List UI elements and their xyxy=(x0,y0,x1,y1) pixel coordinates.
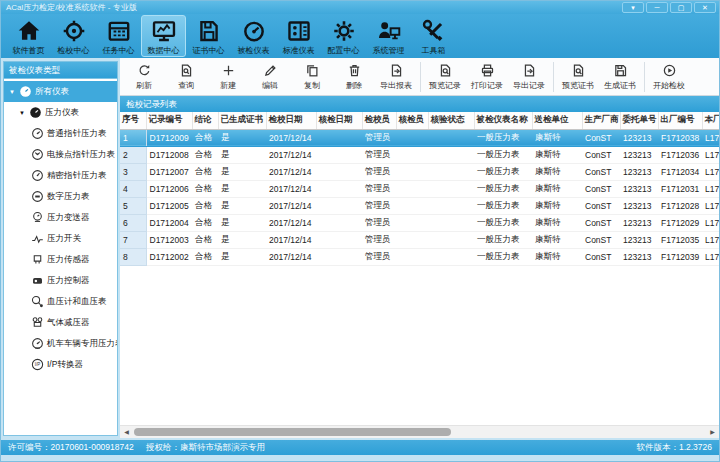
cell[interactable]: F1712035 xyxy=(658,231,702,248)
cell[interactable]: 2017/12/14 xyxy=(266,197,316,214)
tree-item-digital-pressure-gauge[interactable]: 数字压力表 xyxy=(4,186,117,207)
nav-dut-instruments[interactable]: 被检仪表 xyxy=(231,15,276,57)
tree-item-gas-pressure-regulator[interactable]: 气体减压器 xyxy=(4,312,117,333)
column-header[interactable]: 本厂编号 xyxy=(702,112,719,129)
cell[interactable]: 是 xyxy=(218,248,266,265)
cell[interactable] xyxy=(316,163,362,180)
cell[interactable] xyxy=(428,146,474,163)
cell[interactable]: 123213 xyxy=(620,129,658,146)
tree-item-all-instruments[interactable]: ▼ 所有仪表 xyxy=(4,81,117,102)
cell[interactable] xyxy=(428,248,474,265)
record-row[interactable]: 6D1712004合格是2017/12/14管理员一般压力表康斯特ConST12… xyxy=(120,214,719,231)
cell[interactable] xyxy=(396,248,428,265)
cell[interactable]: F1712038 xyxy=(658,129,702,146)
cell[interactable]: 123213 xyxy=(620,197,658,214)
cell[interactable] xyxy=(428,180,474,197)
maximize-button[interactable]: ▢ xyxy=(670,2,692,13)
cell[interactable] xyxy=(316,146,362,163)
cell[interactable] xyxy=(396,231,428,248)
column-header[interactable]: 检校日期 xyxy=(266,112,316,129)
expand-arrow-icon[interactable]: ▼ xyxy=(9,89,16,95)
cell[interactable]: 8 xyxy=(120,248,146,265)
refresh-button[interactable]: 刷新 xyxy=(123,60,165,94)
tree-item-ordinary-pointer-gauge[interactable]: 普通指针压力表 xyxy=(4,123,117,144)
cell[interactable]: 是 xyxy=(218,231,266,248)
column-header[interactable]: 送检单位 xyxy=(532,112,582,129)
cell[interactable]: D1712005 xyxy=(146,197,192,214)
cell[interactable]: 2 xyxy=(120,146,146,163)
record-row[interactable]: 1D1712009合格是2017/12/14管理员一般压力表康斯特ConST12… xyxy=(120,129,719,146)
column-header[interactable]: 核验状态 xyxy=(428,112,474,129)
tree-item-precision-pointer-gauge[interactable]: 精密指针压力表 xyxy=(4,165,117,186)
scroll-left-arrow-icon[interactable]: ◀ xyxy=(120,426,133,438)
cell[interactable]: 2017/12/14 xyxy=(266,231,316,248)
start-calibration-button[interactable]: 开始检校 xyxy=(648,60,690,94)
cell[interactable]: L17 xyxy=(702,146,719,163)
cell[interactable]: 管理员 xyxy=(362,197,396,214)
cell[interactable]: 康斯特 xyxy=(532,180,582,197)
tree-item-pressure-switch[interactable]: 压力开关 xyxy=(4,228,117,249)
cell[interactable]: ConST xyxy=(582,180,620,197)
cell[interactable]: 合格 xyxy=(192,231,218,248)
cell[interactable] xyxy=(396,129,428,146)
cell[interactable]: 合格 xyxy=(192,146,218,163)
record-row[interactable]: 4D1712006合格是2017/12/14管理员一般压力表康斯特ConST12… xyxy=(120,180,719,197)
preview-record-button[interactable]: 预览记录 xyxy=(424,60,466,94)
print-record-button[interactable]: 打印记录 xyxy=(466,60,508,94)
theme-button[interactable]: ▾ xyxy=(622,2,644,13)
tree-item-pressure-controller[interactable]: 压力控制器 xyxy=(4,270,117,291)
cell[interactable]: ConST xyxy=(582,248,620,265)
cell[interactable]: ConST xyxy=(582,214,620,231)
export-report-button[interactable]: 导出报表 xyxy=(375,60,417,94)
cell[interactable]: 管理员 xyxy=(362,180,396,197)
record-row[interactable]: 2D1712008合格是2017/12/14管理员一般压力表康斯特ConST12… xyxy=(120,146,719,163)
cell[interactable]: F1712039 xyxy=(658,248,702,265)
cell[interactable]: 是 xyxy=(218,214,266,231)
cell[interactable]: ConST xyxy=(582,146,620,163)
cell[interactable]: 1 xyxy=(120,129,146,146)
cell[interactable]: L17 xyxy=(702,248,719,265)
cell[interactable]: D1712008 xyxy=(146,146,192,163)
cell[interactable]: 是 xyxy=(218,180,266,197)
cell[interactable]: D1712007 xyxy=(146,163,192,180)
cell[interactable]: D1712009 xyxy=(146,129,192,146)
cell[interactable]: 康斯特 xyxy=(532,231,582,248)
horizontal-scrollbar[interactable]: ◀ ▶ xyxy=(120,425,719,438)
nav-toolbox[interactable]: 工具箱 xyxy=(411,15,456,57)
cell[interactable]: 2017/12/14 xyxy=(266,248,316,265)
delete-button[interactable]: 删除 xyxy=(333,60,375,94)
cell[interactable]: L17 xyxy=(702,214,719,231)
tree-item-pressure-transmitter[interactable]: 压力变送器 xyxy=(4,207,117,228)
column-header[interactable]: 序号 xyxy=(120,112,146,129)
cell[interactable]: 合格 xyxy=(192,248,218,265)
export-record-button[interactable]: 导出记录 xyxy=(508,60,550,94)
cell[interactable] xyxy=(428,163,474,180)
cell[interactable]: 2017/12/14 xyxy=(266,146,316,163)
minimize-button[interactable]: ─ xyxy=(646,2,668,13)
tree-item-locomotive-pressure-gauge[interactable]: 机车车辆专用压力表 xyxy=(4,333,117,354)
tree-item-electric-contact-gauge[interactable]: 电接点指针压力表 xyxy=(4,144,117,165)
nav-system-management[interactable]: 系统管理 xyxy=(366,15,411,57)
cell[interactable]: L17 xyxy=(702,231,719,248)
cell[interactable]: 123213 xyxy=(620,231,658,248)
record-row[interactable]: 7D1712003合格是2017/12/14管理员一般压力表康斯特ConST12… xyxy=(120,231,719,248)
cell[interactable]: D1712003 xyxy=(146,231,192,248)
cell[interactable]: L17 xyxy=(702,163,719,180)
cell[interactable]: 4 xyxy=(120,180,146,197)
cell[interactable]: 3 xyxy=(120,163,146,180)
record-row[interactable]: 5D1712005合格是2017/12/14管理员一般压力表康斯特ConST12… xyxy=(120,197,719,214)
cell[interactable]: L17 xyxy=(702,180,719,197)
cell[interactable]: 是 xyxy=(218,129,266,146)
cell[interactable] xyxy=(316,129,362,146)
nav-config-center[interactable]: 配置中心 xyxy=(321,15,366,57)
title-bar[interactable]: ACal压力检定/校准系统软件 - 专业版 ▾ ─ ▢ ✕ xyxy=(1,1,719,14)
cell[interactable] xyxy=(396,197,428,214)
expand-arrow-icon[interactable]: ▼ xyxy=(19,110,26,116)
tree-item-ip-converter[interactable]: I/P I/P转换器 xyxy=(4,354,117,375)
cell[interactable] xyxy=(428,214,474,231)
nav-data-center[interactable]: 数据中心 xyxy=(141,15,186,57)
cell[interactable]: 123213 xyxy=(620,163,658,180)
cell[interactable]: L17 xyxy=(702,129,719,146)
cell[interactable]: 一般压力表 xyxy=(474,214,532,231)
record-row[interactable]: 3D1712007合格是2017/12/14管理员一般压力表康斯特ConST12… xyxy=(120,163,719,180)
